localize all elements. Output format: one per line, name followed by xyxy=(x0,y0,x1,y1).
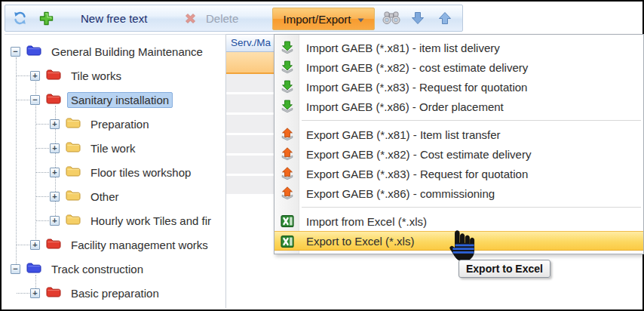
red-folder-icon xyxy=(46,92,61,107)
delete-button[interactable]: Delete xyxy=(179,8,263,29)
red-folder-icon xyxy=(46,68,61,83)
expand-icon[interactable]: + xyxy=(50,168,60,177)
expand-icon[interactable]: + xyxy=(50,143,60,153)
expand-icon[interactable]: + xyxy=(50,192,60,202)
collapse-icon[interactable]: − xyxy=(11,47,20,57)
tree-item[interactable]: − Sanitary installation xyxy=(5,88,225,112)
import-export-label: Import/Export xyxy=(283,13,351,26)
menu-item[interactable]: Export GAEB (*.x82) - Cost estimate deli… xyxy=(274,144,643,164)
chevron-down-icon xyxy=(357,14,364,25)
table-column-header[interactable]: Serv./Ma xyxy=(226,35,274,52)
yellow-folder-icon xyxy=(66,189,81,204)
tree-item[interactable]: + Hourly work Tiles and fir xyxy=(5,208,225,232)
menu-item[interactable]: Export GAEB (*.x83) - Request for quotat… xyxy=(274,164,643,183)
menu-item-label: Import GAEB (*.x83) - Request for quotat… xyxy=(306,81,527,94)
menu-separator xyxy=(274,116,643,125)
menu-item-label: Export GAEB (*.x83) - Request for quotat… xyxy=(306,168,528,180)
excel-icon xyxy=(281,235,294,248)
menu-item[interactable]: Import GAEB (*.x86) - Order placement xyxy=(274,97,643,116)
tree-item-label: Preparation xyxy=(87,116,153,132)
refresh-button[interactable] xyxy=(8,9,31,29)
tree-item-label: Tile works xyxy=(67,68,125,84)
toolbar: New free text Delete Import/Export xyxy=(5,5,463,32)
import-export-button[interactable]: Import/Export xyxy=(272,8,375,30)
app-window: New free text Delete Import/Export xyxy=(0,0,644,311)
tree-item[interactable]: + Preparation xyxy=(5,112,225,136)
gaeb-export-icon xyxy=(281,147,294,161)
tree-item[interactable]: + Basic preparation xyxy=(5,281,225,305)
expand-icon[interactable]: + xyxy=(50,216,60,226)
tree-item-label: Tile work xyxy=(87,140,139,156)
expand-icon[interactable]: + xyxy=(50,119,60,129)
menu-item-label: Import GAEB (*.x81) - item list delivery xyxy=(306,42,500,54)
tree-item[interactable]: + Floor tiles workshop xyxy=(5,160,225,184)
tree-item-label: Basic preparation xyxy=(67,285,163,301)
gaeb-import-icon xyxy=(281,80,294,94)
tree-item[interactable]: + Facility management works xyxy=(5,232,225,257)
menu-item-label: Import from Excel (*.xls) xyxy=(306,215,427,228)
yellow-folder-icon xyxy=(66,116,81,131)
tree-item-label: Sanitary installation xyxy=(67,92,173,108)
red-folder-icon xyxy=(46,237,61,252)
yellow-folder-icon xyxy=(66,165,81,180)
binoculars-icon xyxy=(382,11,401,27)
collapse-icon[interactable]: − xyxy=(30,95,40,105)
menu-item[interactable]: Import GAEB (*.x82) - cost estimate deli… xyxy=(274,57,643,77)
menu-item-label: Export GAEB (*.x82) - Cost estimate deli… xyxy=(306,148,531,161)
yellow-folder-icon xyxy=(66,213,81,228)
arrow-up-icon xyxy=(437,11,452,28)
gaeb-import-icon xyxy=(281,100,294,113)
items-table: Serv./Ma xyxy=(226,34,274,308)
tooltip: Export to Excel xyxy=(458,260,550,278)
tree-item[interactable]: + Other xyxy=(5,184,225,208)
expand-icon[interactable]: + xyxy=(30,288,40,298)
yellow-folder-icon xyxy=(66,140,81,156)
import-export-menu: Import GAEB (*.x81) - item list delivery… xyxy=(274,34,644,254)
menu-separator xyxy=(274,203,643,211)
collapse-icon[interactable]: − xyxy=(11,264,20,274)
menu-item-label: Export GAEB (*.x86) - commissioning xyxy=(306,187,495,200)
red-folder-icon xyxy=(46,285,61,300)
menu-item[interactable]: Export GAEB (*.x81) - Item list transfer xyxy=(274,125,643,144)
tree-item[interactable]: + Tile works xyxy=(5,63,225,88)
menu-item[interactable]: Export GAEB (*.x86) - commissioning xyxy=(274,183,643,203)
gaeb-import-icon xyxy=(281,41,294,54)
move-down-button[interactable] xyxy=(408,10,428,28)
table-rows xyxy=(226,74,274,196)
blue-folder-icon xyxy=(26,44,41,59)
tree-view: − General Building Maintenance+ Tile wor… xyxy=(5,34,226,308)
new-free-text-label: New free text xyxy=(81,12,147,25)
tree-item[interactable]: − Track construction xyxy=(5,257,225,281)
menu-item[interactable]: Import GAEB (*.x81) - item list delivery xyxy=(274,38,643,57)
menu-item-label: Import GAEB (*.x82) - cost estimate deli… xyxy=(306,61,528,74)
add-plus-icon xyxy=(38,11,54,29)
tree-item-label: Facility management works xyxy=(67,237,212,253)
expand-icon[interactable]: + xyxy=(30,71,40,81)
move-up-button[interactable] xyxy=(435,10,455,28)
tree-item-label: Other xyxy=(87,189,123,205)
blue-folder-icon xyxy=(26,261,41,276)
menu-item-label: Import GAEB (*.x86) - Order placement xyxy=(306,100,504,113)
tree-item-label: Hourly work Tiles and fir xyxy=(87,213,215,229)
refresh-icon xyxy=(12,11,28,28)
delete-label: Delete xyxy=(206,12,238,25)
gaeb-export-icon xyxy=(281,167,294,180)
tree-item[interactable]: − General Building Maintenance xyxy=(5,39,225,63)
search-button[interactable] xyxy=(379,11,403,27)
tree-item-label: Floor tiles workshop xyxy=(87,165,195,180)
tree-item[interactable]: + Tile work xyxy=(5,136,225,160)
menu-item-label: Export to Excel (*.xls) xyxy=(306,235,414,248)
expand-icon[interactable]: + xyxy=(30,240,40,250)
tree-item-label: General Building Maintenance xyxy=(48,44,207,60)
tree-item-label: Track construction xyxy=(48,261,147,277)
menu-item[interactable]: Import GAEB (*.x83) - Request for quotat… xyxy=(274,77,643,97)
new-free-text-button[interactable]: New free text xyxy=(34,8,167,29)
table-selected-row[interactable] xyxy=(226,52,274,74)
gaeb-export-icon xyxy=(281,186,294,200)
menu-item-label: Export GAEB (*.x81) - Item list transfer xyxy=(306,128,501,141)
gaeb-import-icon xyxy=(281,60,294,74)
arrow-down-icon xyxy=(410,11,425,28)
menu-item[interactable]: Import from Excel (*.xls) xyxy=(274,211,643,231)
excel-icon xyxy=(281,214,294,228)
gaeb-export-icon xyxy=(281,128,294,141)
